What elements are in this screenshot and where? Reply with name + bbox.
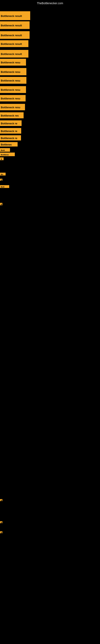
bottleneck-result-label: B [0,179,2,181]
bottleneck-result-label: B [0,203,2,205]
bottleneck-result-label: Bottlene [0,152,15,156]
bottleneck-result-label: Bottleneck re [0,135,21,140]
bottleneck-result-label: Bottleneck result [0,31,30,39]
bottleneck-result-label: Bott [0,185,9,188]
bottleneck-result-label: Bottleneck resu [0,77,26,84]
bottleneck-result-label: Bottleneck result [0,50,28,58]
bottleneck-result-label: Bottleneck re [0,128,21,134]
bottleneck-result-label: B [0,499,2,501]
bottleneck-result-label: B [0,521,2,523]
bottleneck-result-label: Bottlenec [0,142,18,146]
bottleneck-result-label: Bottleneck res [0,112,24,118]
bottleneck-result-label: Bottleneck resu [0,95,26,102]
bottleneck-result-label: Bottleneck resu [0,59,26,66]
bottleneck-result-label: Bottleneck result [0,11,30,20]
bottleneck-result-label: Bottleneck result [0,21,30,29]
bottleneck-result-label: B [0,531,2,533]
bottleneck-result-label: Bottleneck resu [0,104,25,110]
bottleneck-result-label: Bo [0,173,6,176]
bottleneck-result-label: Bottleneck resu [0,68,26,75]
site-title: TheBottlenecker.com [37,2,63,5]
bottleneck-result-label: Bottleneck re [0,120,22,126]
bottleneck-result-label: Bottleneck result [0,40,28,47]
bottleneck-result-label: B [0,158,3,160]
bottleneck-result-label: Bott [0,148,10,152]
bottleneck-result-label: Bottleneck resu [0,86,26,93]
